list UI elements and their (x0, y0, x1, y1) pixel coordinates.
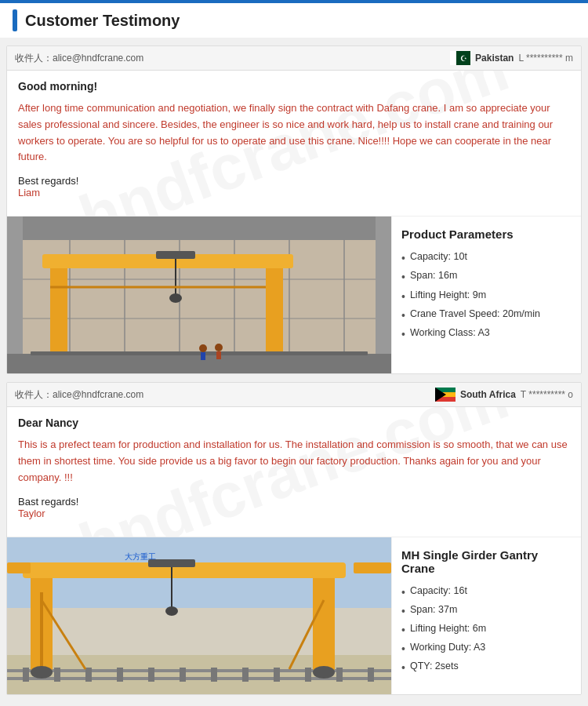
content-row-2: 大方重工 MH Single Girder Gantry Crane Capac… (7, 537, 581, 694)
svg-rect-29 (7, 677, 391, 680)
email-code-2: T ********** o (521, 389, 573, 400)
svg-rect-2 (7, 217, 23, 373)
email-to-1: 收件人：alice@hndfcrane.com (15, 52, 143, 65)
svg-rect-48 (354, 562, 391, 573)
param-item-2-3: Lifting Height: 6m (401, 620, 572, 639)
svg-rect-47 (7, 562, 31, 573)
param-item-1-1: Capacity: 10t (401, 249, 572, 267)
svg-text:大方重工: 大方重工 (125, 552, 156, 561)
content-row-1: Product Parameters Capacity: 10tSpan: 16… (7, 216, 581, 373)
regards-2: Bast regards! (18, 496, 570, 508)
svg-point-19 (169, 293, 182, 303)
page-header: Customer Testimony (0, 0, 588, 38)
svg-rect-44 (313, 569, 335, 671)
svg-point-55 (31, 666, 53, 679)
svg-rect-15 (266, 260, 283, 354)
param-item-2-2: Span: 37m (401, 602, 572, 620)
svg-rect-34 (148, 668, 154, 682)
svg-rect-32 (85, 668, 92, 682)
svg-rect-21 (31, 351, 368, 355)
flag-za-icon (435, 388, 456, 402)
svg-point-51 (165, 606, 178, 616)
svg-rect-17 (156, 251, 195, 259)
svg-rect-25 (216, 351, 221, 359)
regards-1: Best regards! (18, 175, 570, 187)
svg-rect-39 (305, 668, 311, 682)
params-list-2: Capacity: 16tSpan: 37mLifting Height: 6m… (401, 583, 572, 678)
svg-point-56 (313, 666, 335, 679)
email-meta-1: Pakistan L ********** m (450, 51, 573, 65)
message-body-1: hndfcrane.com Good morning! After long t… (7, 71, 581, 216)
param-item-1-4: Crane Travel Speed: 20m/min (401, 306, 572, 325)
greeting-2: Dear Nancy (18, 417, 570, 429)
crane-image-2: 大方重工 (7, 537, 391, 694)
flag-pk-icon (450, 51, 470, 65)
signer-name-2: Taylor (18, 508, 570, 519)
email-code-1: L ********** m (518, 53, 573, 64)
crane-image-1 (7, 217, 391, 373)
svg-point-24 (215, 344, 223, 351)
message-text-2: This is a prefect team for production an… (18, 437, 570, 486)
email-to-2: 收件人：alice@hndfcrane.com (15, 388, 143, 402)
message-text-1: After long time communication and negoti… (18, 100, 570, 166)
param-item-1-3: Lifting Height: 9m (401, 287, 572, 306)
params-list-1: Capacity: 10tSpan: 16mLifting Height: 9m… (401, 249, 572, 344)
country-name-1: Pakistan (475, 53, 514, 64)
signer-name-1: Liam (18, 187, 570, 198)
testimony-list: 收件人：alice@hndfcrane.com Pakistan L *****… (0, 45, 588, 695)
svg-rect-33 (117, 668, 123, 682)
svg-rect-4 (7, 354, 391, 373)
svg-rect-35 (180, 668, 186, 682)
svg-rect-23 (201, 352, 205, 360)
testimony-card-2: 收件人：alice@hndfcrane.com South Africa T *… (6, 382, 582, 694)
param-item-2-5: QTY: 2sets (401, 658, 572, 677)
param-item-2-4: Working Duty: A3 (401, 639, 572, 658)
param-item-2-1: Capacity: 16t (401, 583, 572, 602)
svg-rect-36 (211, 668, 217, 682)
svg-rect-3 (376, 217, 391, 373)
testimony-card-1: 收件人：alice@hndfcrane.com Pakistan L *****… (6, 45, 582, 374)
country-name-2: South Africa (460, 389, 516, 400)
email-bar-1: 收件人：alice@hndfcrane.com Pakistan L *****… (7, 46, 581, 71)
svg-point-22 (199, 344, 207, 352)
email-bar-2: 收件人：alice@hndfcrane.com South Africa T *… (7, 383, 581, 407)
svg-rect-37 (242, 668, 249, 682)
crane-placeholder-1 (7, 217, 391, 373)
svg-rect-30 (23, 668, 29, 682)
svg-rect-31 (54, 668, 60, 682)
svg-rect-41 (368, 668, 374, 682)
greeting-1: Good morning! (18, 80, 570, 93)
message-body-2: hndfcrane.com Dear Nancy This is a prefe… (7, 407, 581, 536)
product-params-1: Product Parameters Capacity: 10tSpan: 16… (391, 217, 581, 373)
svg-rect-14 (50, 260, 67, 354)
product-params-2: MH Single Girder Gantry Crane Capacity: … (391, 537, 581, 694)
svg-rect-1 (7, 217, 391, 240)
header-bar (13, 9, 17, 31)
page-title: Customer Testimony (25, 12, 180, 30)
params-title-2: MH Single Girder Gantry Crane (401, 548, 572, 575)
param-item-1-5: Working Class: A3 (401, 325, 572, 344)
params-title-1: Product Parameters (401, 227, 572, 241)
param-item-1-2: Span: 16m (401, 267, 572, 286)
svg-rect-38 (274, 668, 280, 682)
crane-placeholder-2: 大方重工 (7, 537, 391, 694)
signature-2: Bast regards! Taylor (18, 496, 570, 519)
signature-1: Best regards! Liam (18, 175, 570, 198)
email-meta-2: South Africa T ********** o (435, 388, 573, 402)
svg-rect-40 (336, 668, 343, 682)
